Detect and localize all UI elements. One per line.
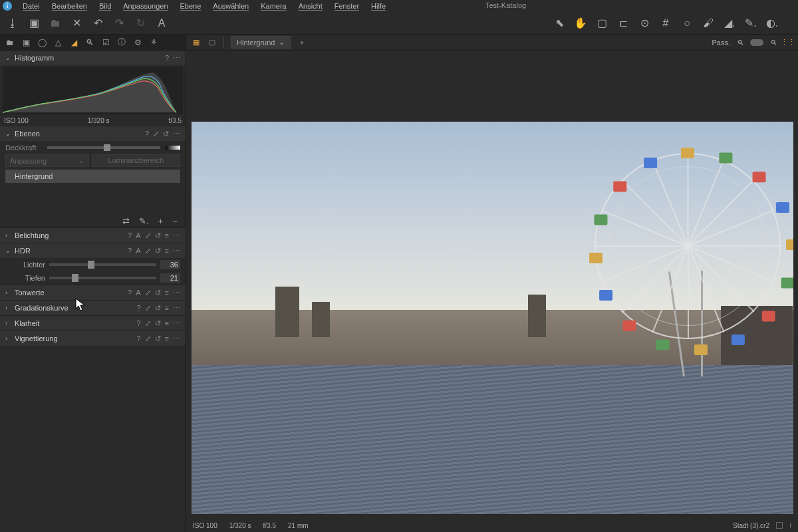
more-icon[interactable]: ⋯ [173,304,180,313]
hdr-header[interactable]: ⌄ HDR ?A⤢↺≡⋯ [0,243,186,258]
menu-layer[interactable]: Ebene [175,1,207,11]
undo-icon[interactable]: ↶ [92,17,104,29]
help-icon[interactable]: ? [128,289,132,297]
menu-help[interactable]: Hilfe [366,1,391,11]
list-icon[interactable]: ≡ [165,319,169,328]
brush-tool-icon[interactable]: 🖌︎ [702,17,714,29]
expand-icon[interactable]: ⤢ [153,130,159,138]
import-icon[interactable]: ⭳ [7,17,19,29]
redo-icon[interactable]: ↷ [113,17,125,29]
menu-edit[interactable]: Bearbeiten [47,1,92,11]
list-icon[interactable]: ≡ [165,304,169,313]
menu-select[interactable]: Auswählen [207,1,254,11]
add-layer-icon[interactable]: + [158,216,164,226]
auto-icon[interactable]: A [136,247,140,255]
heal-tool-icon[interactable]: ✎. [745,17,757,29]
list-icon[interactable]: ≡ [165,231,169,240]
menu-view[interactable]: Ansicht [293,1,328,11]
more-icon[interactable]: ⋯ [173,289,180,297]
help-icon[interactable]: ? [128,247,132,255]
filter-icon[interactable]: ⇄ [122,216,130,226]
more-icon[interactable]: ⋯ [173,247,180,255]
canvas-area[interactable] [186,51,798,519]
sb-box-icon[interactable] [776,522,783,529]
eraser-tool-icon[interactable]: ◢. [724,17,735,29]
gradation-header[interactable]: › Gradationskurve ?⤢↺≡⋯ [0,301,186,315]
add-view-icon[interactable]: + [297,38,307,47]
auto-icon[interactable]: A [136,231,140,240]
redo2-icon[interactable]: ↻ [134,17,146,29]
more-icon[interactable]: ⋯ [173,319,180,328]
shadows-value[interactable]: 21 [160,273,180,283]
reset-icon[interactable]: ↺ [155,319,161,328]
delete-layer-icon[interactable]: − [172,216,178,226]
mask-icon[interactable]: ✎. [139,216,149,226]
thumbnail-view-icon[interactable]: ▦ [192,38,201,47]
list-icon[interactable]: ≡ [165,247,169,255]
histogram-header[interactable]: ⌄ Histogramm ?⋯ [0,51,186,65]
reset-icon[interactable]: ↺ [155,334,161,343]
menu-window[interactable]: Fenster [329,1,364,11]
help-icon[interactable]: ? [136,319,140,328]
more-icon[interactable]: ⋯ [173,334,180,343]
help-icon[interactable]: ? [136,334,140,343]
crop-tool-icon[interactable]: ⊏ [617,17,629,29]
camera-icon[interactable]: ▣ [28,17,40,29]
more-icon[interactable]: ⋯ [173,231,180,240]
folder-icon[interactable]: 🖿 [49,17,61,29]
tonwerte-header[interactable]: › Tonwerte ?A⤢↺≡⋯ [0,285,186,300]
search2-icon[interactable]: 🔍︎ [769,38,778,47]
pointer-tool-icon[interactable]: ⬉ [553,17,565,29]
ellipse-tool-icon[interactable]: ○ [681,17,693,29]
more-icon[interactable]: ⋯ [173,130,180,138]
grid-tool-icon[interactable]: # [660,17,672,29]
expand-icon[interactable]: ⤢ [145,231,151,240]
close-icon[interactable]: ✕ [70,17,82,29]
menu-adjustments[interactable]: Anpassungen [118,1,173,11]
tab-folder-icon[interactable]: 🖿 [5,38,15,47]
tab-camera-icon[interactable]: ▣ [21,38,31,47]
sb-settings-icon[interactable]: ⁝ [789,522,791,529]
hand-tool-icon[interactable]: ✋ [575,17,587,29]
klarheit-header[interactable]: › Klarheit ?⤢↺≡⋯ [0,316,186,331]
layer-view-dropdown[interactable]: Hintergrund⌄ [231,36,291,49]
single-view-icon[interactable]: ▢ [207,38,217,47]
thumbs-right-icon[interactable]: ⋮⋮ [783,38,793,47]
tab-circle-icon[interactable]: ◯ [37,38,47,47]
tab-search-icon[interactable]: 🔍︎ [85,38,94,47]
tab-triangle-icon[interactable]: △ [53,38,63,47]
help-icon[interactable]: ? [128,231,132,240]
exposure-header[interactable]: › Belichtung ?A⤢↺≡⋯ [0,228,186,243]
rotate-tool-icon[interactable]: ⊙ [638,17,650,29]
search-icon[interactable]: 🔍︎ [735,38,745,47]
more-icon[interactable]: ⋯ [173,54,180,63]
text-icon[interactable]: A [156,17,168,29]
reset-icon[interactable]: ↺ [155,289,161,297]
help-icon[interactable]: ? [165,54,169,63]
expand-icon[interactable]: ⤢ [145,304,151,313]
expand-icon[interactable]: ⤢ [145,319,151,328]
menu-image[interactable]: Bild [94,1,116,11]
expand-icon[interactable]: ⤢ [145,247,151,255]
reset-icon[interactable]: ↺ [155,247,161,255]
tab-share-icon[interactable]: ⚘ [149,38,158,47]
luminance-button[interactable]: Luminanzbereich [92,154,181,167]
list-icon[interactable]: ≡ [165,289,169,297]
layer-background[interactable]: Hintergrund [5,170,180,183]
shadows-slider[interactable] [49,277,156,279]
clone-tool-icon[interactable]: ◐. [766,17,778,29]
fit-icon[interactable]: ▢ [596,17,608,29]
menu-camera[interactable]: Kamera [255,1,292,11]
auto-icon[interactable]: A [136,289,140,297]
adjustment-dropdown[interactable]: Anpassung⌄ [5,154,89,167]
list-icon[interactable]: ≡ [165,334,169,343]
reset-icon[interactable]: ↺ [155,231,161,240]
vignette-header[interactable]: › Vignettierung ?⤢↺≡⋯ [0,331,186,346]
reset-icon[interactable]: ↺ [155,304,161,313]
tab-gear-icon[interactable]: ⚙ [133,38,142,47]
highlights-slider[interactable] [49,263,156,266]
help-icon[interactable]: ? [145,130,149,138]
expand-icon[interactable]: ⤢ [145,289,151,297]
reset-icon[interactable]: ↺ [163,130,169,138]
menu-file[interactable]: Datei [17,1,45,11]
